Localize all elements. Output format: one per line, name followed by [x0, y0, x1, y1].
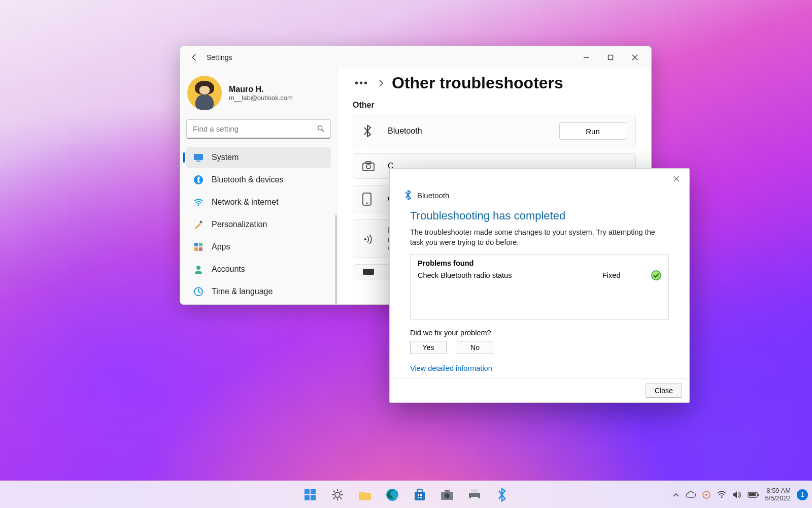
- problems-box: Problems found Check Bluetooth radio sta…: [410, 255, 669, 320]
- svg-rect-1: [608, 55, 613, 60]
- svg-rect-40: [418, 497, 419, 498]
- folder-icon: [358, 489, 372, 501]
- tray-battery[interactable]: [748, 492, 759, 498]
- breadcrumb-more[interactable]: •••: [353, 74, 370, 92]
- tray-time: 8:59 AM: [765, 487, 791, 495]
- svg-rect-41: [420, 497, 422, 498]
- globe-clock-icon: [193, 287, 204, 297]
- svg-line-34: [340, 491, 342, 492]
- tray-onedrive[interactable]: [686, 491, 696, 498]
- sidebar-item-system[interactable]: System: [186, 147, 331, 168]
- yes-button[interactable]: Yes: [410, 341, 447, 354]
- svg-point-19: [366, 203, 368, 204]
- dialog-close-footer-button[interactable]: Close: [646, 384, 682, 398]
- sidebar-item-accounts[interactable]: Accounts: [186, 259, 331, 280]
- close-button[interactable]: [623, 48, 647, 67]
- sidebar-item-label: Personalization: [212, 220, 267, 229]
- svg-point-50: [721, 496, 723, 498]
- sidebar-item-personalization[interactable]: Personalization: [186, 214, 331, 235]
- svg-rect-17: [366, 162, 371, 164]
- no-button[interactable]: No: [457, 341, 493, 354]
- tray-overflow[interactable]: [672, 491, 680, 498]
- svg-point-20: [364, 238, 366, 240]
- svg-rect-46: [471, 489, 478, 493]
- sidebar-item-label: System: [212, 153, 239, 162]
- chevron-right-icon: [379, 80, 384, 87]
- svg-line-3: [322, 130, 324, 132]
- dialog-app-name: Bluetooth: [417, 191, 449, 200]
- svg-rect-4: [194, 154, 203, 160]
- wifi-icon: [193, 197, 204, 207]
- speaker-icon: [732, 491, 741, 499]
- arrow-left-icon: [190, 53, 199, 62]
- problem-row: Check Bluetooth radio status Fixed: [418, 270, 661, 280]
- section-heading: Other: [353, 101, 636, 110]
- svg-point-7: [198, 205, 199, 206]
- tray-wifi[interactable]: [717, 491, 726, 498]
- nav-list: System Bluetooth & devices Network & int…: [183, 147, 334, 302]
- svg-rect-8: [199, 220, 202, 224]
- dialog-close-button[interactable]: [668, 172, 685, 186]
- search-input[interactable]: [186, 119, 331, 139]
- sidebar-item-network[interactable]: Network & internet: [186, 192, 331, 213]
- breadcrumb: ••• Other troubleshooters: [353, 74, 636, 92]
- svg-rect-12: [199, 247, 202, 251]
- svg-rect-39: [420, 494, 422, 496]
- maximize-icon: [607, 54, 614, 60]
- back-button[interactable]: [184, 48, 205, 67]
- taskbar-edge[interactable]: [381, 484, 403, 506]
- camera-icon: [362, 161, 377, 171]
- troubleshooter-dialog: Bluetooth Troubleshooting has completed …: [389, 168, 690, 403]
- taskbar-explorer[interactable]: [354, 484, 376, 506]
- minimize-icon: [583, 54, 589, 60]
- keyboard-icon: [362, 268, 377, 275]
- svg-rect-44: [445, 490, 450, 492]
- tray-volume[interactable]: [732, 491, 741, 499]
- user-email: m__lab@outlook.com: [229, 94, 293, 102]
- svg-rect-37: [417, 489, 422, 492]
- tray-clock[interactable]: 8:59 AM 5/5/2022: [765, 487, 791, 502]
- sidebar: Mauro H. m__lab@outlook.com System Bluet…: [180, 69, 337, 304]
- fix-question: Did we fix your problem?: [410, 329, 669, 337]
- notification-badge[interactable]: 1: [797, 489, 808, 500]
- sidebar-scrollbar[interactable]: [335, 215, 337, 305]
- taskbar-settings[interactable]: [326, 484, 349, 506]
- sidebar-item-apps[interactable]: Apps: [186, 236, 331, 258]
- dialog-body: The troubleshooter made some changes to …: [410, 228, 669, 247]
- svg-rect-38: [418, 494, 419, 496]
- svg-rect-52: [758, 494, 759, 496]
- tray-update[interactable]: [702, 490, 711, 499]
- taskbar-camera[interactable]: [436, 484, 458, 506]
- system-tray: 8:59 AM 5/5/2022 1: [672, 487, 812, 502]
- tray-date: 5/5/2022: [765, 495, 791, 502]
- minimize-button[interactable]: [574, 48, 598, 67]
- svg-point-13: [196, 266, 200, 270]
- taskbar-bluetooth[interactable]: [491, 484, 513, 506]
- checkmark-icon: [651, 270, 661, 280]
- taskbar: 8:59 AM 5/5/2022 1: [0, 481, 812, 508]
- user-name: Mauro H.: [229, 85, 293, 94]
- sidebar-item-time-language[interactable]: Time & language: [186, 281, 331, 302]
- svg-rect-23: [311, 489, 316, 494]
- start-button[interactable]: [299, 484, 321, 506]
- cloud-icon: [686, 491, 696, 498]
- avatar: [187, 76, 222, 110]
- wifi-icon: [717, 491, 726, 498]
- svg-line-31: [333, 491, 335, 492]
- search-icon: [317, 124, 325, 133]
- taskbar-printer[interactable]: [463, 484, 486, 506]
- sidebar-item-bluetooth-devices[interactable]: Bluetooth & devices: [186, 169, 331, 190]
- svg-point-43: [445, 493, 450, 498]
- problem-status: Fixed: [602, 271, 648, 279]
- view-detail-link[interactable]: View detailed information: [410, 364, 492, 372]
- svg-rect-47: [471, 497, 478, 501]
- battery-icon: [748, 492, 759, 498]
- sidebar-item-label: Bluetooth & devices: [212, 175, 283, 184]
- run-button[interactable]: Run: [559, 122, 626, 140]
- user-card[interactable]: Mauro H. m__lab@outlook.com: [183, 74, 334, 119]
- svg-rect-53: [749, 493, 756, 496]
- brush-icon: [193, 219, 204, 230]
- svg-point-49: [705, 494, 707, 496]
- taskbar-store[interactable]: [409, 484, 431, 506]
- maximize-button[interactable]: [598, 48, 623, 67]
